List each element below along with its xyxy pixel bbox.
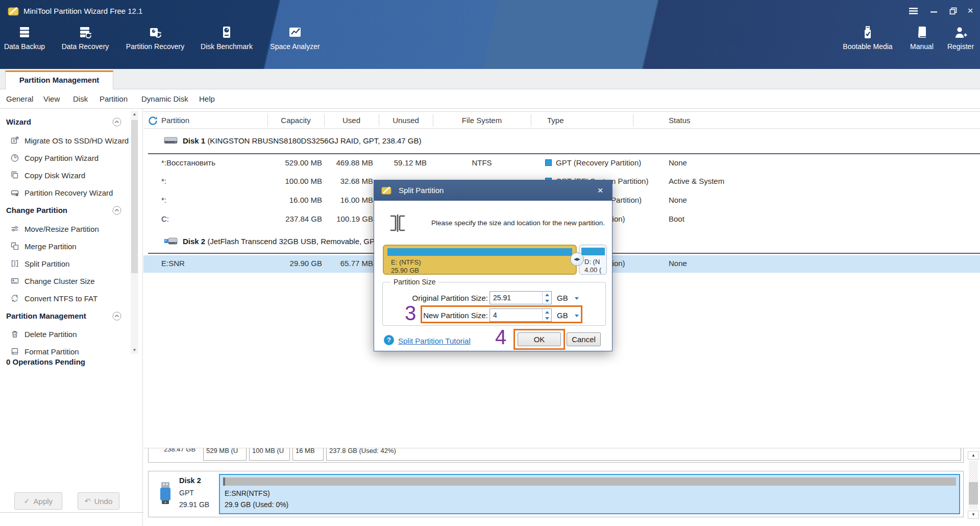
- divider: [148, 153, 980, 154]
- sidebar-item-change-cluster-size[interactable]: Change Cluster Size: [10, 275, 95, 287]
- new-partition-label: D: (N: [584, 258, 600, 266]
- sidebar-item-split-partition[interactable]: Split Partition: [10, 257, 69, 270]
- sidebar-item-label: Move/Resize Partition: [24, 225, 99, 233]
- dialog-close-icon[interactable]: ×: [593, 183, 608, 198]
- split-drag-handle[interactable]: ◀▶: [570, 252, 584, 266]
- sidebar-item-copy-partition[interactable]: Copy Partition Wizard: [10, 152, 99, 164]
- sidebar-item-merge-partition[interactable]: Merge Partition: [10, 240, 77, 252]
- disk2-map-partition[interactable]: E:SNR(NTFS) 29.9 GB (Used: 0%): [219, 474, 960, 514]
- disk1-map-block[interactable]: 100 MB (U: [249, 448, 290, 461]
- section-wizard: Wizard: [6, 117, 31, 126]
- partition-fill-bar: [581, 248, 605, 255]
- annotation-box-step3: [421, 305, 582, 323]
- col-status[interactable]: Status: [669, 112, 691, 129]
- collapse-chevron-icon[interactable]: [112, 117, 121, 127]
- usage-bar-used: [223, 477, 225, 486]
- cell-partition: *:Восстановить: [161, 158, 215, 167]
- original-size-stepper[interactable]: [542, 292, 551, 304]
- unit-label: GB: [557, 294, 568, 302]
- scroll-down-icon[interactable]: ▼: [131, 347, 138, 354]
- undo-button[interactable]: ↶ Undo: [78, 492, 119, 510]
- toolbar-bootable-media[interactable]: Bootable Media: [837, 25, 898, 62]
- menu-general[interactable]: General: [6, 89, 33, 108]
- dialog-titlebar[interactable]: Split Partition ×: [374, 180, 612, 201]
- toolbar-label: Partition Recovery: [120, 42, 190, 51]
- sidebar-item-delete-partition[interactable]: Delete Partition: [10, 328, 77, 340]
- disk2-map-row: Disk 2 GPT 29.91 GB E:SNR(NTFS) 29.9 GB …: [148, 471, 964, 517]
- col-used[interactable]: Used: [324, 112, 379, 129]
- sidebar-item-label: Merge Partition: [24, 242, 77, 251]
- toolbar-space-analyzer[interactable]: Space Analyzer: [263, 25, 327, 62]
- collapse-chevron-icon[interactable]: [112, 206, 121, 215]
- sidebar-item-copy-disk[interactable]: Copy Disk Wizard: [10, 169, 85, 181]
- sidebar-item-migrate-os[interactable]: Migrate OS to SSD/HD Wizard: [10, 134, 129, 147]
- copy-partition-icon: [10, 153, 19, 162]
- cell-capacity: 29.90 GB: [240, 259, 322, 268]
- cell-capacity: 529.00 MB: [240, 158, 322, 167]
- table-row[interactable]: *:Восстановить 529.00 MB 469.88 MB 59.12…: [143, 158, 980, 170]
- cell-type: GPT (Recovery Partition): [545, 158, 641, 167]
- toolbar-data-backup[interactable]: Data Backup: [0, 25, 49, 62]
- cluster-size-icon: [10, 276, 19, 285]
- sidebar-item-partition-recovery-wizard[interactable]: Partition Recovery Wizard: [10, 186, 113, 199]
- col-capacity[interactable]: Capacity: [267, 112, 324, 129]
- sidebar-item-label: Change Cluster Size: [24, 277, 95, 285]
- disk1-map-block[interactable]: 237.8 GB (Used: 42%): [326, 448, 961, 461]
- migrate-os-icon: [10, 136, 19, 145]
- usb-drive-icon: [164, 236, 178, 246]
- scroll-down-icon[interactable]: ▼: [968, 511, 979, 519]
- sidebar-scrollbar[interactable]: ▲ ▼: [131, 111, 138, 354]
- menu-view[interactable]: View: [43, 89, 60, 108]
- collapse-chevron-icon[interactable]: [112, 312, 121, 321]
- col-partition[interactable]: Partition: [161, 112, 189, 129]
- apply-label: Apply: [34, 497, 53, 506]
- source-partition-size: 25.90 GB: [391, 267, 419, 274]
- sidebar-item-format-partition[interactable]: Format Partition: [10, 345, 79, 354]
- disk1-map-block[interactable]: 529 MB (U: [203, 448, 247, 461]
- toolbar-partition-recovery[interactable]: Partition Recovery: [120, 25, 190, 62]
- close-icon[interactable]: ×: [962, 1, 979, 20]
- sidebar-item-label: Partition Recovery Wizard: [24, 188, 113, 197]
- refresh-icon[interactable]: [148, 115, 158, 126]
- maximize-icon[interactable]: [944, 1, 962, 20]
- menu-dynamic-disk[interactable]: Dynamic Disk: [141, 89, 188, 108]
- menu-disk[interactable]: Disk: [73, 89, 88, 108]
- toolbar-disk-benchmark[interactable]: Disk Benchmark: [193, 25, 260, 62]
- dialog-title: Split Partition: [399, 180, 444, 201]
- section-change-partition: Change Partition: [6, 206, 67, 214]
- col-type[interactable]: Type: [547, 112, 564, 129]
- scroll-up-icon[interactable]: ▲: [131, 111, 138, 118]
- sidebar-item-label: Format Partition: [24, 347, 79, 355]
- copy-disk-icon: [10, 171, 19, 180]
- tab-bar: Partition Management: [0, 69, 980, 89]
- scrollbar-thumb[interactable]: [969, 482, 978, 505]
- source-partition-block[interactable]: E: (NTFS) 25.90 GB: [383, 245, 577, 275]
- tutorial-link[interactable]: Split Partition Tutorial: [398, 337, 471, 345]
- cell-used: 32.68 MB: [327, 177, 373, 185]
- bootable-media-icon: [860, 25, 875, 40]
- toolbar-register[interactable]: Register: [943, 25, 978, 62]
- sidebar-item-convert-ntfs[interactable]: FN Convert NTFS to FAT: [10, 292, 97, 304]
- unit-dropdown-icon[interactable]: [572, 295, 581, 302]
- tab-partition-management[interactable]: Partition Management: [5, 70, 113, 90]
- col-filesystem[interactable]: File System: [433, 112, 531, 129]
- scrollbar-thumb[interactable]: [131, 120, 138, 273]
- cancel-button[interactable]: Cancel: [567, 332, 601, 346]
- apply-button[interactable]: ✓ Apply: [14, 492, 62, 510]
- toolbar-manual[interactable]: Manual: [904, 25, 939, 62]
- minimize-icon[interactable]: [925, 1, 942, 20]
- disk1-group-row[interactable]: Disk 1 (KINGSTON RBUSNS8180DS3256GJ RAID…: [164, 136, 421, 145]
- sidebar-item-label: Migrate OS to SSD/HD Wizard: [24, 136, 129, 145]
- menu-partition[interactable]: Partition: [100, 89, 128, 108]
- toolbar-data-recovery[interactable]: Data Recovery: [52, 25, 118, 62]
- menu-help[interactable]: Help: [199, 89, 215, 108]
- disk1-map-block[interactable]: 16 MB: [292, 448, 324, 461]
- diskmap-scrollbar[interactable]: ▲ ▼: [968, 451, 979, 519]
- sidebar-item-move-resize[interactable]: Move/Resize Partition: [10, 223, 99, 235]
- scroll-up-icon[interactable]: ▲: [968, 451, 979, 460]
- disk2-map-size: 29.91 GB: [179, 500, 209, 509]
- help-icon[interactable]: ?: [384, 335, 394, 345]
- data-backup-icon: [17, 25, 32, 40]
- col-unused[interactable]: Unused: [379, 112, 433, 129]
- menu-hamburger-icon[interactable]: [904, 1, 922, 20]
